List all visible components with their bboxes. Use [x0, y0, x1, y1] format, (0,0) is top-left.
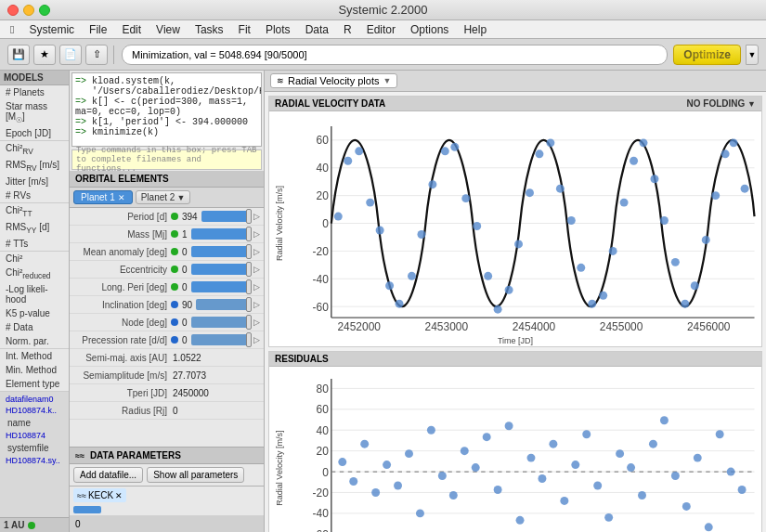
svg-point-26 [385, 281, 394, 290]
add-datafile-button[interactable]: Add datafile... [73, 467, 143, 483]
svg-text:40: 40 [317, 424, 330, 437]
mass-arrow[interactable]: ▷ [253, 229, 260, 239]
planet1-close[interactable]: ✕ [118, 193, 125, 202]
console-input-area[interactable]: Type commands in this box; press TAB to … [71, 149, 262, 170]
keck-value: 0 [75, 519, 81, 529]
period-dot[interactable] [171, 213, 178, 220]
longperi-slider[interactable] [191, 281, 252, 292]
menu-fit[interactable]: Fit [232, 21, 257, 38]
models-ntts[interactable]: # TTs [0, 237, 69, 251]
plots-select-arrow[interactable]: ▼ [383, 76, 391, 85]
datafile-hd[interactable]: HD108874.k.. [2, 405, 67, 416]
planet2-tab[interactable]: Planet 2 ▼ [136, 190, 191, 204]
models-rmsyy[interactable]: RMSYY [d] [0, 220, 69, 237]
prec-slider[interactable] [191, 334, 252, 345]
datafile-0[interactable]: datafilenam0 [2, 394, 67, 405]
window-controls[interactable] [7, 5, 50, 16]
svg-text:-20: -20 [313, 245, 330, 258]
datafile-sys[interactable]: HD108874.sy.. [2, 455, 67, 466]
models-elemtype[interactable]: Element type [0, 377, 69, 391]
models-intmethod[interactable]: Int. Method [0, 349, 69, 363]
node-arrow[interactable]: ▷ [253, 318, 260, 327]
menu-apple[interactable]:  [4, 21, 20, 38]
menu-file[interactable]: File [83, 21, 113, 38]
models-data[interactable]: # Data [0, 320, 69, 334]
period-arrow[interactable]: ▷ [253, 212, 260, 221]
longperi-arrow[interactable]: ▷ [253, 282, 260, 292]
minimize-button[interactable] [23, 5, 34, 16]
svg-text:0: 0 [322, 466, 329, 479]
rv-plot-main: 60 40 20 0 -20 -40 -60 2452000 2453000 2… [290, 111, 761, 335]
models-starmass[interactable]: Star mass [M☉] [0, 99, 69, 126]
close-button[interactable] [7, 5, 19, 16]
models-rmsrv[interactable]: RMSRV [m/s] [0, 158, 69, 175]
menu-plots[interactable]: Plots [259, 21, 297, 38]
models-chi2red[interactable]: Chi²reduced [0, 266, 69, 282]
models-epoch[interactable]: Epoch [JD] [0, 126, 69, 140]
models-chi2[interactable]: Chi² [0, 252, 69, 266]
menu-edit[interactable]: Edit [115, 21, 148, 38]
meananom-dot[interactable] [171, 248, 178, 255]
show-all-params-button[interactable]: Show all parameters [147, 467, 244, 483]
menu-options[interactable]: Options [404, 21, 455, 38]
no-folding[interactable]: No folding ▼ [687, 98, 756, 109]
menu-r[interactable]: R [337, 21, 358, 38]
param-meananom: Mean anomaly [deg] 0 ▷ [70, 243, 264, 261]
models-nrvs[interactable]: # RVs [0, 188, 69, 202]
node-slider[interactable] [191, 317, 252, 328]
rv-xlabel: Time [JD] [269, 335, 761, 346]
folding-arrow[interactable]: ▼ [747, 99, 756, 109]
longperi-dot[interactable] [171, 283, 178, 291]
mass-slider[interactable] [191, 228, 252, 240]
keck-x[interactable]: ✕ [115, 491, 123, 500]
ecc-arrow[interactable]: ▷ [253, 265, 260, 274]
models-k5p[interactable]: K5 p-value [0, 306, 69, 320]
console-output: => kload.system(k, '/Users/caballerodiez… [71, 72, 262, 147]
meananom-slider[interactable] [191, 246, 252, 257]
models-chi2tt[interactable]: Chi²TT [0, 203, 69, 220]
svg-point-58 [721, 149, 730, 158]
menu-data[interactable]: Data [299, 21, 335, 38]
datafile-name[interactable]: HD108874 [2, 430, 67, 441]
models-jitter[interactable]: Jitter [m/s] [0, 175, 69, 188]
menu-systemic[interactable]: Systemic [22, 21, 81, 38]
optimize-button[interactable]: Optimize [673, 45, 741, 65]
save-button[interactable]: 💾 [7, 45, 30, 65]
incl-arrow[interactable]: ▷ [253, 300, 260, 309]
svg-point-99 [483, 433, 491, 441]
optimize-dropdown[interactable]: ▼ [746, 45, 759, 65]
ecc-dot[interactable] [171, 266, 178, 273]
document-button[interactable]: 📄 [59, 45, 82, 65]
node-dot[interactable] [171, 318, 178, 326]
keck-slider[interactable] [73, 506, 101, 513]
models-loglike[interactable]: -Log likeli-hood [0, 282, 69, 306]
models-minmethod[interactable]: Min. Method [0, 363, 69, 377]
menu-help[interactable]: Help [457, 21, 493, 38]
prec-arrow[interactable]: ▷ [253, 335, 260, 344]
param-meananom-wrap: 0 ▷ [171, 246, 260, 257]
models-chi2rv[interactable]: Chi²RV [0, 141, 69, 158]
rv-plots-select[interactable]: ≋ Radial Velocity plots ▼ [270, 73, 397, 88]
models-planets[interactable]: # Planets [0, 85, 69, 99]
mass-dot[interactable] [171, 230, 178, 238]
svg-point-49 [630, 157, 638, 165]
menu-editor[interactable]: Editor [360, 21, 402, 38]
planet2-arrow[interactable]: ▼ [176, 193, 185, 202]
models-normpar[interactable]: Norm. par. [0, 334, 69, 348]
period-slider[interactable] [201, 211, 252, 222]
export-button[interactable]: ⇧ [85, 45, 108, 65]
incl-dot[interactable] [171, 301, 178, 308]
prec-dot[interactable] [171, 336, 178, 344]
search-input[interactable] [122, 45, 668, 65]
svg-text:0: 0 [322, 217, 329, 230]
planet1-tab[interactable]: Planet 1 ✕ [73, 190, 133, 204]
menu-view[interactable]: View [149, 21, 187, 38]
meananom-arrow[interactable]: ▷ [253, 247, 260, 256]
ecc-slider[interactable] [191, 264, 252, 275]
incl-slider[interactable] [196, 299, 252, 310]
planet1-label: Planet 1 [81, 192, 115, 202]
star-button[interactable]: ★ [33, 45, 56, 65]
params-list: Period [d] 394 ▷ Mass [Mj] 1 ▷ [70, 208, 264, 447]
menu-tasks[interactable]: Tasks [188, 21, 230, 38]
maximize-button[interactable] [39, 5, 50, 16]
